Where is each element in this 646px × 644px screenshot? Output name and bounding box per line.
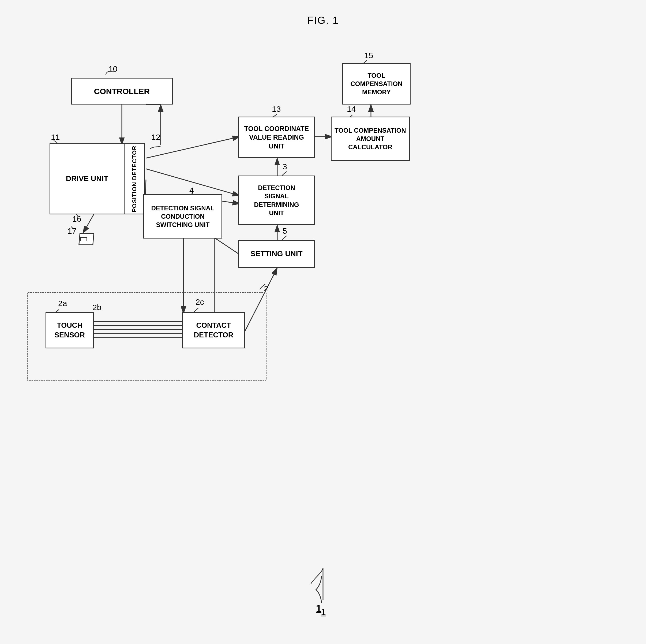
diagram-container: FIG. 1 xyxy=(0,0,646,644)
ref-10: 10 xyxy=(108,64,117,73)
setting-unit-block: SETTING UNIT xyxy=(238,240,315,268)
ref-15: 15 xyxy=(364,51,373,60)
ref-1: 1 xyxy=(321,607,326,617)
ref-11: 11 xyxy=(51,133,60,142)
ref1-bracket xyxy=(305,573,337,606)
ref-2a: 2a xyxy=(58,299,67,308)
tool-coord-block: TOOL COORDINATE VALUE READING UNIT xyxy=(238,116,315,158)
tool-comp-memory-block: TOOL COMPENSATION MEMORY xyxy=(342,63,411,104)
detection-signal-det-block: DETECTION SIGNAL DETERMINING UNIT xyxy=(238,176,315,225)
position-detector-block: POSITION DETECTOR xyxy=(124,144,145,214)
detection-signal-cond-block: DETECTION SIGNAL CONDUCTION SWITCHING UN… xyxy=(143,194,222,239)
ref-13: 13 xyxy=(272,104,281,114)
ref-14: 14 xyxy=(347,104,356,114)
ref-2: 2 xyxy=(264,284,268,293)
ref-17: 17 xyxy=(68,226,76,236)
svg-line-22 xyxy=(83,214,94,233)
figure-title: FIG. 1 xyxy=(307,15,339,26)
ref-2c: 2c xyxy=(196,297,204,306)
ref-4: 4 xyxy=(189,186,194,195)
ref-2b: 2b xyxy=(92,303,101,312)
tool-comp-calc-block: TOOL COMPENSATION AMOUNT CALCULATOR xyxy=(331,116,410,161)
connector-symbol-inner xyxy=(80,237,87,241)
ref-5: 5 xyxy=(283,226,287,236)
ref-3: 3 xyxy=(283,162,287,171)
ref-12: 12 xyxy=(151,133,160,142)
drive-unit-block: DRIVE UNIT xyxy=(49,144,124,214)
ref-16: 16 xyxy=(72,214,81,223)
controller-block: CONTROLLER xyxy=(71,78,173,104)
